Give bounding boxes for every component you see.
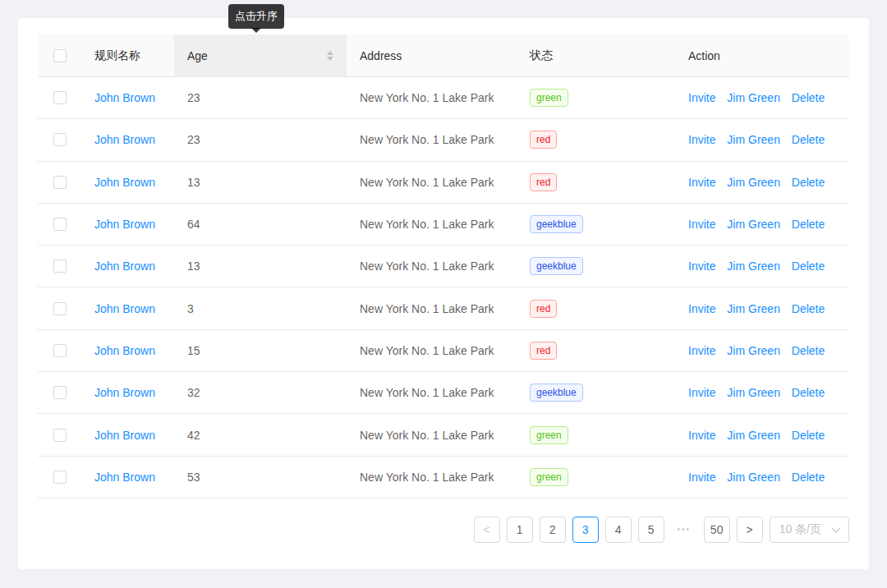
row-checkbox-cell [38,429,81,442]
select-all-checkbox[interactable] [53,49,67,62]
row-checkbox-cell [38,91,81,104]
sort-tooltip-text: 点击升序 [235,9,278,24]
name-link[interactable]: John Brown [94,302,155,315]
address-cell: New York No. 1 Lake Park [347,133,517,146]
row-checkbox[interactable] [53,429,67,442]
jim-green-link[interactable]: Jim Green [727,386,780,399]
name-link[interactable]: John Brown [94,260,155,273]
status-cell: geekblue [517,384,675,402]
name-cell: John Brown [81,429,174,442]
delete-link[interactable]: Delete [792,302,825,315]
action-cell: Invite Jim Green Delete [675,429,849,442]
status-cell: red [517,342,675,360]
table-row: John Brown 64 New York No. 1 Lake Park g… [38,204,849,246]
table-row: John Brown 32 New York No. 1 Lake Park g… [38,372,849,414]
name-link[interactable]: John Brown [94,471,155,484]
delete-link[interactable]: Delete [792,471,825,484]
status-tag: red [530,131,557,149]
header-age-sortable[interactable]: Age [174,34,347,76]
jim-green-link[interactable]: Jim Green [727,91,780,104]
action-cell: Invite Jim Green Delete [675,218,849,231]
status-tag: green [530,468,568,486]
delete-link[interactable]: Delete [792,386,825,399]
delete-link[interactable]: Delete [792,344,825,357]
table-row: John Brown 23 New York No. 1 Lake Park g… [38,77,849,119]
page-size-select[interactable]: 10 条/页 [770,517,849,543]
row-checkbox[interactable] [53,344,67,357]
jim-green-link[interactable]: Jim Green [727,344,780,357]
pagination-page-button-2[interactable]: 2 [540,517,566,543]
jim-green-link[interactable]: Jim Green [727,429,780,442]
pagination-last-page-button[interactable]: 50 [704,517,730,543]
pagination-prev-button[interactable]: < [474,517,500,543]
table-row: John Brown 23 New York No. 1 Lake Park r… [38,119,849,161]
invite-link[interactable]: Invite [688,386,715,399]
action-cell: Invite Jim Green Delete [675,344,849,357]
invite-link[interactable]: Invite [688,133,715,146]
invite-link[interactable]: Invite [688,429,715,442]
status-cell: green [517,468,675,486]
jim-green-link[interactable]: Jim Green [727,260,780,273]
invite-link[interactable]: Invite [688,471,715,484]
jim-green-link[interactable]: Jim Green [727,218,780,231]
address-cell: New York No. 1 Lake Park [347,344,517,357]
jim-green-link[interactable]: Jim Green [727,302,780,315]
invite-link[interactable]: Invite [688,218,715,231]
data-table: 规则名称 Age Address 状态 Action [38,34,849,498]
address-cell: New York No. 1 Lake Park [347,176,517,189]
pagination: < 12345 ••• 50 > 10 条/页 [38,517,849,543]
invite-link[interactable]: Invite [688,176,715,189]
sort-caret-down-icon [327,57,333,61]
row-checkbox[interactable] [53,218,67,231]
pagination-next-button[interactable]: > [737,517,763,543]
delete-link[interactable]: Delete [792,176,825,189]
chevron-down-icon [831,524,840,533]
invite-link[interactable]: Invite [688,91,715,104]
header-checkbox-cell [38,34,81,76]
delete-link[interactable]: Delete [792,429,825,442]
row-checkbox[interactable] [53,471,67,484]
pagination-page-button-3[interactable]: 3 [572,517,599,543]
jim-green-link[interactable]: Jim Green [727,133,780,146]
invite-link[interactable]: Invite [688,344,715,357]
table-body: John Brown 23 New York No. 1 Lake Park g… [38,77,849,498]
pagination-page-button-5[interactable]: 5 [638,517,664,543]
name-cell: John Brown [81,386,174,399]
invite-link[interactable]: Invite [688,260,715,273]
delete-link[interactable]: Delete [792,133,825,146]
jim-green-link[interactable]: Jim Green [727,176,780,189]
row-checkbox-cell [38,386,81,399]
pagination-page-button-4[interactable]: 4 [605,517,632,543]
address-cell: New York No. 1 Lake Park [347,218,517,231]
row-checkbox[interactable] [53,302,67,315]
pagination-page-button-1[interactable]: 1 [507,517,533,543]
status-tag: geekblue [530,257,583,275]
table-row: John Brown 15 New York No. 1 Lake Park r… [38,330,849,372]
name-link[interactable]: John Brown [94,218,155,231]
name-link[interactable]: John Brown [94,344,155,357]
table-row: John Brown 13 New York No. 1 Lake Park g… [38,246,849,287]
row-checkbox[interactable] [53,133,67,146]
delete-link[interactable]: Delete [792,91,825,104]
name-link[interactable]: John Brown [94,429,155,442]
delete-link[interactable]: Delete [792,260,825,273]
invite-link[interactable]: Invite [688,302,715,315]
row-checkbox[interactable] [53,91,67,104]
row-checkbox[interactable] [53,386,67,399]
row-checkbox[interactable] [53,260,67,273]
name-link[interactable]: John Brown [94,386,155,399]
status-cell: green [517,89,675,107]
name-link[interactable]: John Brown [94,133,155,146]
delete-link[interactable]: Delete [792,218,825,231]
header-status: 状态 [517,34,675,76]
pagination-ellipsis[interactable]: ••• [671,517,697,543]
age-cell: 53 [174,471,347,484]
address-cell: New York No. 1 Lake Park [347,91,517,104]
jim-green-link[interactable]: Jim Green [727,471,780,484]
name-link[interactable]: John Brown [94,176,155,189]
age-cell: 23 [174,91,347,104]
row-checkbox[interactable] [53,176,67,189]
status-cell: geekblue [517,257,675,275]
name-link[interactable]: John Brown [94,91,155,104]
age-cell: 3 [174,302,347,315]
